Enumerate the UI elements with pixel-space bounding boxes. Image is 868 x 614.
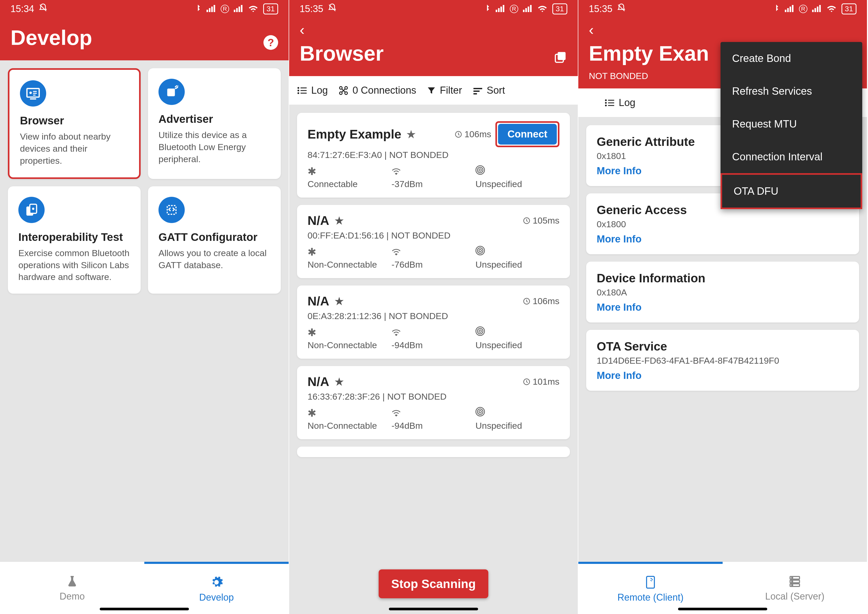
star-icon[interactable]: ★: [334, 375, 344, 388]
back-button[interactable]: ‹: [300, 21, 305, 38]
gatt-icon: [158, 197, 185, 223]
svg-point-77: [792, 581, 793, 582]
svg-rect-11: [33, 91, 37, 92]
svg-rect-23: [523, 10, 524, 12]
menu-create-bond[interactable]: Create Bond: [721, 42, 862, 75]
nav-develop[interactable]: Develop: [144, 562, 288, 614]
device-name: Empty Example: [307, 127, 401, 141]
screen-browser: 15:35 R 31 ‹ Browser Log 0 Connections: [289, 0, 578, 614]
more-info-link[interactable]: More Info: [597, 234, 849, 245]
status-time: 15:35: [589, 3, 612, 14]
svg-point-38: [339, 92, 342, 95]
header: Develop ?: [0, 18, 288, 60]
more-info-link[interactable]: More Info: [597, 302, 849, 313]
header: ‹ Browser: [289, 18, 578, 76]
svg-point-55: [479, 411, 482, 413]
nav-label: Remote (Client): [617, 592, 684, 603]
device-name: N/A: [307, 294, 329, 308]
rssi-icon: [392, 165, 401, 176]
page-title: Browser: [300, 42, 384, 66]
menu-ota-dfu[interactable]: OTA DFU: [721, 173, 862, 209]
phone-icon: [645, 575, 656, 589]
nav-demo[interactable]: Demo: [0, 562, 144, 614]
card-desc: Utilize this device as a Bluetooth Low E…: [158, 129, 270, 165]
svg-point-56: [477, 409, 483, 415]
connect-button[interactable]: Connect: [498, 124, 557, 144]
battery-icon: 31: [842, 3, 856, 14]
service-uuid: 1D14D6EE-FD63-4FA1-BFA4-8F47B42119F0: [597, 355, 849, 366]
connectable-label: Connectable: [307, 179, 358, 189]
nav-remote[interactable]: Remote (Client): [578, 562, 722, 614]
card-title: GATT Configurator: [158, 231, 270, 243]
signal-icon: [206, 3, 216, 14]
rssi-label: -76dBm: [392, 259, 423, 270]
home-indicator[interactable]: [100, 608, 189, 610]
rssi-label: -37dBm: [392, 179, 423, 189]
card-title: Interoperability Test: [19, 231, 130, 243]
card-browser[interactable]: Browser View info about nearby devices a…: [8, 68, 141, 179]
menu-refresh-services[interactable]: Refresh Services: [721, 75, 862, 108]
bluetooth-icon: [483, 3, 491, 15]
beacon-icon: [476, 246, 485, 257]
svg-point-44: [477, 167, 483, 173]
tool-label: Log: [311, 85, 328, 96]
r-icon: R: [510, 5, 518, 13]
device-card[interactable]: N/A ★ 105ms 00:FF:EA:D1:56:16 | NOT BOND…: [297, 205, 570, 278]
star-icon[interactable]: ★: [406, 127, 416, 141]
card-title: Browser: [20, 115, 129, 127]
home-indicator[interactable]: [389, 608, 478, 610]
more-info-link[interactable]: More Info: [597, 370, 849, 381]
adv-label: Unspecified: [476, 340, 522, 350]
bottom-nav: Demo Develop: [0, 561, 288, 614]
card-interop[interactable]: Interoperability Test Exercise common Bl…: [8, 186, 141, 294]
tool-log[interactable]: Log: [604, 97, 635, 109]
stop-scanning-button[interactable]: Stop Scanning: [379, 569, 488, 598]
star-icon[interactable]: ★: [334, 295, 344, 308]
svg-rect-1: [209, 8, 211, 12]
adv-label: Unspecified: [476, 421, 522, 431]
card-desc: View info about nearby devices and their…: [20, 131, 129, 167]
svg-rect-3: [214, 5, 215, 12]
menu-request-mtu[interactable]: Request MTU: [721, 108, 862, 140]
back-button[interactable]: ‹: [589, 21, 594, 38]
card-advertiser[interactable]: Advertiser Utilize this device as a Blue…: [148, 68, 281, 179]
device-name: N/A: [307, 374, 329, 389]
signal2-icon: [234, 3, 243, 14]
svg-rect-62: [812, 10, 814, 12]
tabs-icon[interactable]: [553, 51, 567, 66]
home-indicator[interactable]: [678, 608, 767, 610]
device-interval: 101ms: [523, 377, 560, 387]
tool-label: 0 Connections: [352, 85, 416, 96]
content: Browser View info about nearby devices a…: [0, 60, 288, 561]
svg-rect-64: [817, 6, 818, 12]
bluetooth-icon: [772, 3, 780, 15]
connect-highlight: Connect: [495, 121, 560, 147]
tool-label: Filter: [440, 85, 462, 96]
svg-point-70: [605, 104, 607, 106]
tool-filter[interactable]: Filter: [427, 85, 462, 96]
device-card-partial[interactable]: [297, 447, 570, 457]
tool-log[interactable]: Log: [297, 85, 328, 96]
battery-icon: 31: [552, 3, 567, 14]
device-card[interactable]: Empty Example ★ 106ms Connect 84:71:27:6…: [297, 113, 570, 198]
svg-point-10: [29, 91, 32, 94]
card-gatt[interactable]: GATT Configurator Allows you to create a…: [148, 186, 281, 294]
star-icon[interactable]: ★: [334, 214, 344, 227]
nav-label: Demo: [60, 591, 85, 602]
service-card[interactable]: Device Information 0x180A More Info: [586, 262, 859, 323]
signal2-icon: [523, 3, 532, 14]
tool-sort[interactable]: Sort: [473, 85, 505, 96]
device-card[interactable]: N/A ★ 106ms 0E:A3:28:21:12:36 | NOT BOND…: [297, 285, 570, 359]
svg-rect-4: [234, 10, 236, 12]
tool-connections[interactable]: 0 Connections: [338, 85, 416, 96]
service-card[interactable]: OTA Service 1D14D6EE-FD63-4FA1-BFA4-8F47…: [586, 330, 859, 391]
svg-rect-34: [301, 93, 307, 93]
device-card[interactable]: N/A ★ 101ms 16:33:67:28:3F:26 | NOT BOND…: [297, 366, 570, 439]
menu-connection-interval[interactable]: Connection Interval: [721, 140, 862, 173]
svg-rect-24: [525, 8, 527, 12]
nav-local[interactable]: Local (Server): [722, 562, 867, 614]
svg-rect-69: [608, 102, 614, 103]
beacon-icon: [476, 407, 485, 418]
help-icon[interactable]: ?: [264, 35, 278, 50]
svg-rect-22: [503, 5, 504, 12]
